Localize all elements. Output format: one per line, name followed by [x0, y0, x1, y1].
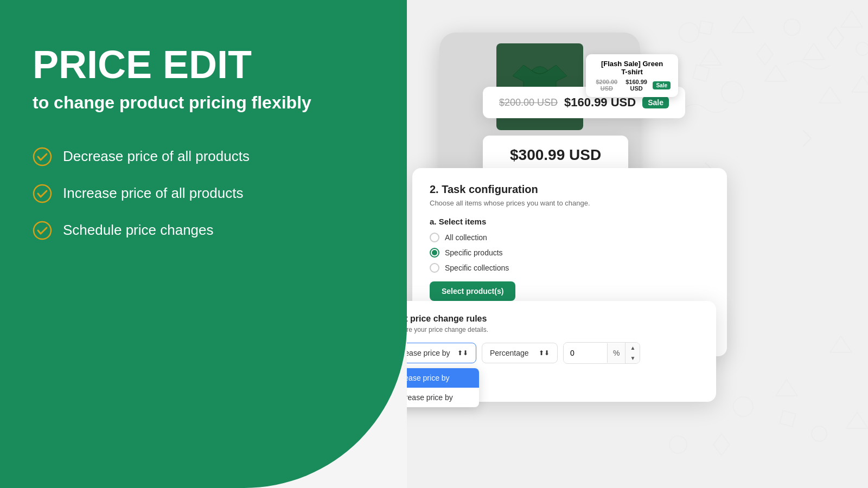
feature-decrease: Decrease price of all products — [33, 147, 374, 166]
svg-rect-17 — [699, 21, 712, 34]
original-price: $200.00 USD — [499, 97, 558, 108]
check-icon-increase — [33, 184, 52, 203]
svg-point-26 — [669, 436, 687, 453]
select-products-button[interactable]: Select product(s) — [430, 281, 515, 301]
sale-badge: Sale — [642, 97, 669, 108]
feature-schedule: Schedule price changes — [33, 221, 374, 240]
feature-decrease-text: Decrease price of all products — [63, 148, 250, 165]
svg-rect-24 — [780, 410, 795, 426]
radio-specific-label: Specific products — [445, 248, 503, 257]
check-icon-decrease — [33, 147, 52, 166]
svg-marker-15 — [827, 27, 844, 49]
svg-marker-6 — [765, 65, 787, 81]
svg-marker-7 — [700, 49, 722, 65]
svg-marker-4 — [803, 43, 825, 60]
feature-list: Decrease price of all products Increase … — [33, 147, 374, 240]
stepper-buttons: ▲ ▼ — [625, 343, 640, 363]
svg-point-2 — [34, 222, 51, 239]
radio-all-collection[interactable]: All collection — [430, 233, 710, 242]
price-value-input-group: % ▲ ▼ — [563, 342, 640, 364]
right-section: W WizzCommerce [Flash Sale] Green T-shir… — [407, 0, 868, 488]
sale-badge-small: Sale — [653, 81, 671, 89]
rules-title: b. Set price change rules — [407, 314, 701, 324]
rules-row: Increase price by ⬆⬇ Percentage ⬆⬇ % ▲ ▼… — [407, 342, 701, 364]
original-price-small: $200.00 USD — [593, 79, 620, 92]
main-title: PRICE EDIT — [33, 43, 374, 86]
radio-all-label: All collection — [445, 233, 487, 242]
svg-point-11 — [784, 19, 800, 35]
dropdown-option-decrease[interactable]: Decrease price by — [407, 388, 479, 407]
svg-point-13 — [722, 81, 743, 103]
new-price: $300.99 USD — [510, 146, 601, 163]
feature-schedule-text: Schedule price changes — [63, 222, 214, 239]
radio-specific-products[interactable]: Specific products — [430, 248, 710, 258]
rules-subtitle: Configure your price change details. — [407, 326, 701, 333]
panel-subtitle: Choose all items whose prices you want t… — [430, 199, 710, 207]
stepper-down-button[interactable]: ▼ — [626, 353, 640, 363]
dropdown-option-increase[interactable]: Increase price by — [407, 368, 479, 388]
price-type-dropdown[interactable]: Percentage ⬆⬇ — [482, 343, 558, 363]
left-content: PRICE EDIT to change product pricing fle… — [0, 0, 407, 284]
price-action-label: Increase price by — [407, 349, 450, 357]
svg-marker-3 — [732, 16, 754, 33]
svg-point-10 — [679, 23, 699, 42]
svg-marker-8 — [819, 87, 841, 103]
feature-increase-text: Increase price of all products — [63, 185, 243, 202]
svg-marker-9 — [852, 76, 868, 92]
svg-marker-20 — [830, 336, 852, 352]
svg-marker-5 — [841, 11, 863, 27]
price-value-input[interactable] — [564, 343, 607, 363]
svg-marker-23 — [713, 434, 730, 455]
svg-point-0 — [34, 148, 51, 165]
radio-circle-all — [430, 233, 439, 242]
percent-symbol: % — [607, 343, 625, 363]
left-section: PRICE EDIT to change product pricing fle… — [0, 0, 407, 488]
type-chevron-icon: ⬆⬇ — [539, 349, 550, 357]
price-type-label: Percentage — [490, 349, 529, 357]
subtitle: to change product pricing flexibly — [33, 92, 374, 114]
feature-increase: Increase price of all products — [33, 184, 374, 203]
svg-point-1 — [34, 185, 51, 202]
price-row-small: $200.00 USD $160.99 USD Sale — [593, 79, 671, 92]
price-action-dropdown-menu: Increase price by Decrease price by — [407, 368, 479, 407]
panel-title: 2. Task configuration — [430, 183, 710, 196]
svg-point-21 — [733, 397, 753, 416]
sale-price: $160.99 USD — [564, 95, 636, 110]
radio-group: All collection Specific products Specifi… — [430, 233, 710, 273]
select-items-label: a. Select items — [430, 217, 710, 226]
price-rules-panel: b. Set price change rules Configure your… — [407, 301, 716, 402]
svg-rect-16 — [693, 65, 710, 82]
svg-point-12 — [856, 42, 868, 55]
radio-circle-collections — [430, 263, 439, 273]
dropdown-chevron-icon: ⬆⬇ — [457, 349, 468, 357]
svg-marker-14 — [757, 43, 773, 65]
radio-circle-specific — [430, 248, 439, 258]
check-icon-schedule — [33, 221, 52, 240]
svg-marker-25 — [846, 412, 868, 428]
product-name-card: [Flash Sale] Green T-shirt $200.00 USD $… — [586, 54, 678, 97]
radio-dot — [432, 250, 437, 255]
price-action-dropdown[interactable]: Increase price by ⬆⬇ — [407, 343, 476, 363]
product-name-text: [Flash Sale] Green T-shirt — [601, 60, 663, 76]
radio-specific-collections[interactable]: Specific collections — [430, 263, 710, 273]
sale-price-small: $160.99 USD — [623, 79, 650, 92]
radio-collections-label: Specific collections — [445, 264, 509, 272]
svg-point-22 — [812, 426, 827, 441]
svg-marker-19 — [776, 380, 797, 396]
stepper-up-button[interactable]: ▲ — [626, 343, 640, 353]
